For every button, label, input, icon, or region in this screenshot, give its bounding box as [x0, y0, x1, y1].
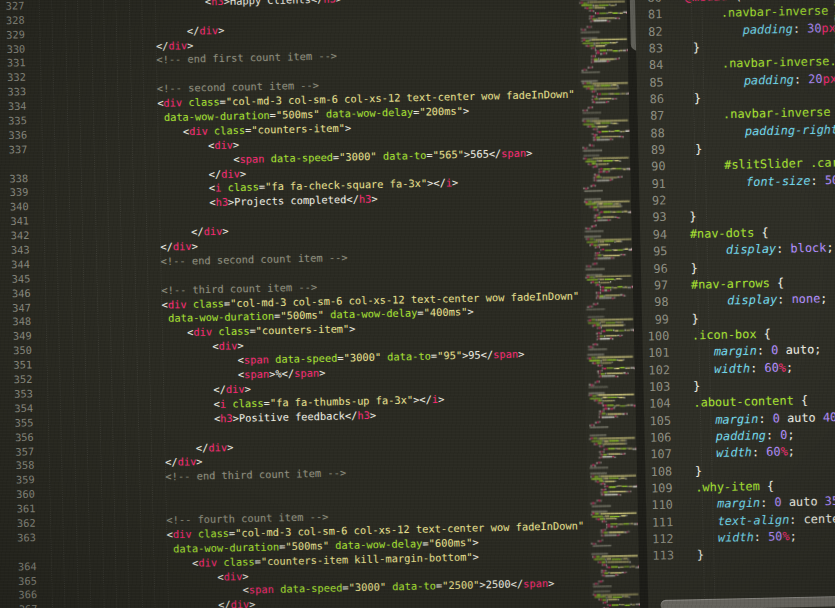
line-text: padding: 20px 10px	[664, 69, 835, 90]
line-text: width: 60%;	[670, 359, 794, 379]
line-text: }	[664, 90, 701, 108]
line-number: 342	[0, 229, 30, 244]
line-number: 99	[642, 310, 669, 327]
line-number: 328	[0, 13, 25, 28]
line-number: 338	[0, 171, 28, 186]
line-number: 347	[0, 301, 31, 316]
line-number: 356	[0, 430, 34, 445]
line-text: margin: 0 auto;	[669, 341, 821, 361]
line-number: 363	[0, 531, 36, 546]
line-number: 361	[0, 502, 35, 517]
line-text: font-size: 50px;	[666, 171, 835, 192]
line-number: 332	[0, 71, 26, 86]
line-number: 89	[638, 141, 665, 158]
line-number: 360	[0, 487, 35, 502]
line-text: margin: 0 auto 40px;	[671, 408, 835, 429]
line-number: 358	[0, 459, 35, 474]
line-text: display: none;	[668, 290, 827, 310]
line-number: 350	[0, 344, 32, 359]
line-number: 92	[639, 192, 666, 209]
line-number: 111	[646, 513, 673, 530]
line-number	[0, 167, 28, 168]
line-number: 81	[635, 6, 662, 23]
line-number: 106	[644, 429, 671, 446]
line-number: 365	[0, 574, 37, 589]
line-number: 327	[0, 0, 24, 14]
line-text: display: block;	[667, 239, 833, 260]
line-number: 113	[647, 547, 674, 564]
line-number: 87	[637, 108, 664, 125]
line-number: 348	[0, 315, 31, 330]
line-number: 91	[639, 175, 666, 192]
line-number: 88	[638, 124, 665, 141]
line-number: 339	[0, 186, 29, 201]
line-number: 336	[0, 128, 27, 143]
line-number: 96	[641, 260, 668, 277]
line-number: 98	[641, 294, 668, 311]
line-number: 351	[0, 358, 32, 373]
line-text: width: 50%;	[673, 528, 797, 548]
line-number: 102	[643, 361, 670, 378]
line-text: }	[670, 377, 700, 395]
line-number: 90	[638, 158, 665, 175]
line-number: 334	[0, 99, 27, 114]
line-number: 104	[644, 395, 671, 412]
line-number: 108	[645, 463, 672, 480]
code-line: 113}	[647, 543, 835, 564]
line-number: 354	[0, 401, 33, 416]
line-number: 330	[0, 42, 25, 57]
line-number: 94	[640, 226, 667, 243]
line-number: 112	[647, 530, 674, 547]
line-number: 82	[636, 23, 663, 40]
line-number: 84	[636, 57, 663, 74]
line-number: 340	[0, 200, 29, 215]
line-number: 101	[643, 344, 670, 361]
line-number: 103	[643, 378, 670, 395]
line-number: 337	[0, 143, 28, 158]
line-text: }	[669, 310, 699, 328]
line-number: 107	[645, 446, 672, 463]
line-number: 95	[640, 243, 667, 260]
line-number: 97	[641, 277, 668, 294]
html-editor-pane[interactable]: 326 <i class="fa fa-user fa-3x"></i>327 …	[0, 0, 590, 608]
line-number: 331	[0, 56, 26, 71]
line-number: 110	[646, 496, 673, 513]
html-code-lines: 326 <i class="fa fa-user fa-3x"></i>327 …	[0, 0, 589, 608]
line-number: 367	[0, 602, 38, 608]
line-number: 86	[637, 91, 664, 108]
line-text: }	[674, 547, 704, 565]
line-number: 329	[0, 28, 25, 43]
line-number: 109	[645, 480, 672, 497]
line-number: 355	[0, 416, 34, 431]
line-text: padding: 30px 10px	[662, 18, 835, 39]
line-number	[0, 555, 36, 556]
line-number: 349	[0, 329, 32, 344]
line-number: 352	[0, 372, 33, 387]
line-number: 359	[0, 473, 35, 488]
line-text: }	[672, 462, 702, 480]
line-number: 344	[0, 258, 30, 273]
line-text: }	[668, 259, 698, 277]
css-editor-pane[interactable]: 80@media (ma81 .navbar-inverse .navbar82…	[635, 0, 835, 608]
line-number: 357	[0, 444, 34, 459]
line-number: 93	[640, 209, 667, 226]
line-text: }	[663, 39, 700, 57]
line-number: 345	[0, 272, 30, 287]
line-number: 341	[0, 214, 29, 229]
line-number: 364	[0, 559, 37, 574]
line-text: width: 60%;	[672, 443, 796, 463]
line-number: 353	[0, 387, 33, 402]
line-number: 100	[642, 327, 669, 344]
line-number: 362	[0, 516, 36, 531]
css-code-lines: 80@media (ma81 .navbar-inverse .navbar82…	[635, 0, 835, 565]
line-number: 343	[0, 243, 30, 258]
line-number: 335	[0, 114, 27, 129]
line-number: 333	[0, 85, 26, 100]
line-text: text-align: center;	[673, 509, 835, 530]
line-number: 105	[644, 412, 671, 429]
line-text: padding-right: 0;	[665, 120, 835, 141]
line-number: 83	[636, 40, 663, 57]
line-text: }	[665, 141, 702, 159]
code-editor-window: 326 <i class="fa fa-user fa-3x"></i>327 …	[0, 0, 835, 608]
line-number: 366	[0, 588, 37, 603]
